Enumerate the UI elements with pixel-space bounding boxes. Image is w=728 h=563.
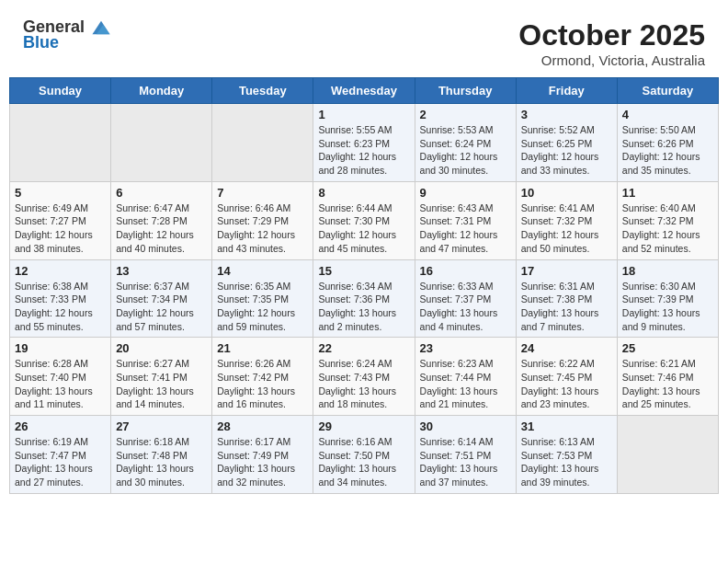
col-header-monday: Monday	[111, 78, 212, 104]
calendar-cell: 17Sunrise: 6:31 AMSunset: 7:38 PMDayligh…	[516, 259, 617, 338]
day-info: Sunrise: 6:24 AMSunset: 7:43 PMDaylight:…	[318, 357, 409, 411]
calendar-cell: 7Sunrise: 6:46 AMSunset: 7:29 PMDaylight…	[212, 181, 313, 259]
day-number: 6	[116, 186, 207, 200]
day-number: 14	[217, 264, 308, 278]
calendar-cell	[212, 104, 313, 182]
calendar-cell: 16Sunrise: 6:33 AMSunset: 7:37 PMDayligh…	[415, 259, 516, 338]
calendar-week-row: 5Sunrise: 6:49 AMSunset: 7:27 PMDaylight…	[10, 181, 719, 259]
day-info: Sunrise: 6:30 AMSunset: 7:39 PMDaylight:…	[622, 280, 713, 334]
day-number: 4	[622, 108, 713, 121]
calendar-cell: 12Sunrise: 6:38 AMSunset: 7:33 PMDayligh…	[10, 259, 111, 338]
day-info: Sunrise: 6:23 AMSunset: 7:44 PMDaylight:…	[420, 357, 511, 411]
day-number: 30	[420, 419, 511, 433]
day-info: Sunrise: 6:43 AMSunset: 7:31 PMDaylight:…	[420, 201, 511, 256]
calendar-cell: 8Sunrise: 6:44 AMSunset: 7:30 PMDaylight…	[313, 181, 415, 259]
col-header-thursday: Thursday	[415, 78, 516, 104]
day-number: 23	[420, 341, 511, 355]
calendar-header-row: SundayMondayTuesdayWednesdayThursdayFrid…	[10, 78, 719, 104]
col-header-friday: Friday	[516, 78, 617, 104]
day-number: 19	[15, 341, 106, 355]
calendar-cell: 11Sunrise: 6:40 AMSunset: 7:32 PMDayligh…	[617, 181, 718, 259]
day-number: 21	[217, 341, 308, 355]
calendar-cell: 20Sunrise: 6:27 AMSunset: 7:41 PMDayligh…	[111, 338, 212, 416]
col-header-saturday: Saturday	[617, 78, 718, 104]
day-number: 12	[15, 264, 106, 278]
calendar-cell: 2Sunrise: 5:53 AMSunset: 6:24 PMDaylight…	[415, 104, 516, 182]
day-info: Sunrise: 6:49 AMSunset: 7:27 PMDaylight:…	[15, 201, 106, 256]
day-info: Sunrise: 5:50 AMSunset: 6:26 PMDaylight:…	[622, 123, 713, 178]
day-info: Sunrise: 6:14 AMSunset: 7:51 PMDaylight:…	[420, 435, 511, 489]
day-number: 8	[318, 186, 409, 200]
title-block: October 2025 Ormond, Victoria, Australia	[518, 18, 705, 68]
day-number: 22	[318, 341, 409, 355]
calendar-cell: 24Sunrise: 6:22 AMSunset: 7:45 PMDayligh…	[516, 338, 617, 416]
calendar-cell	[111, 104, 212, 182]
calendar-week-row: 19Sunrise: 6:28 AMSunset: 7:40 PMDayligh…	[10, 338, 719, 416]
day-info: Sunrise: 6:27 AMSunset: 7:41 PMDaylight:…	[116, 357, 207, 411]
day-number: 13	[116, 264, 207, 278]
calendar-cell: 29Sunrise: 6:16 AMSunset: 7:50 PMDayligh…	[313, 416, 415, 494]
calendar-cell: 9Sunrise: 6:43 AMSunset: 7:31 PMDaylight…	[415, 181, 516, 259]
day-info: Sunrise: 6:46 AMSunset: 7:29 PMDaylight:…	[217, 201, 308, 256]
day-info: Sunrise: 6:47 AMSunset: 7:28 PMDaylight:…	[116, 201, 207, 256]
day-info: Sunrise: 6:41 AMSunset: 7:32 PMDaylight:…	[521, 201, 612, 256]
day-info: Sunrise: 6:35 AMSunset: 7:35 PMDaylight:…	[217, 280, 308, 334]
month-title: October 2025	[518, 18, 705, 52]
day-info: Sunrise: 6:38 AMSunset: 7:33 PMDaylight:…	[15, 280, 106, 334]
calendar-cell: 15Sunrise: 6:34 AMSunset: 7:36 PMDayligh…	[313, 259, 415, 338]
calendar-cell: 21Sunrise: 6:26 AMSunset: 7:42 PMDayligh…	[212, 338, 313, 416]
calendar-cell: 25Sunrise: 6:21 AMSunset: 7:46 PMDayligh…	[617, 338, 718, 416]
page-header: General Blue October 2025 Ormond, Victor…	[9, 9, 719, 73]
col-header-sunday: Sunday	[10, 78, 111, 104]
day-info: Sunrise: 5:52 AMSunset: 6:25 PMDaylight:…	[521, 123, 612, 178]
day-info: Sunrise: 6:16 AMSunset: 7:50 PMDaylight:…	[318, 435, 409, 489]
day-info: Sunrise: 6:18 AMSunset: 7:48 PMDaylight:…	[116, 435, 207, 489]
calendar-cell: 6Sunrise: 6:47 AMSunset: 7:28 PMDaylight…	[111, 181, 212, 259]
day-info: Sunrise: 5:53 AMSunset: 6:24 PMDaylight:…	[420, 123, 511, 178]
calendar-week-row: 26Sunrise: 6:19 AMSunset: 7:47 PMDayligh…	[10, 416, 719, 494]
day-info: Sunrise: 6:37 AMSunset: 7:34 PMDaylight:…	[116, 280, 207, 334]
day-number: 20	[116, 341, 207, 355]
day-info: Sunrise: 6:31 AMSunset: 7:38 PMDaylight:…	[521, 280, 612, 334]
calendar-cell	[10, 104, 111, 182]
day-number: 16	[420, 264, 511, 278]
day-number: 31	[521, 419, 612, 433]
calendar-cell: 23Sunrise: 6:23 AMSunset: 7:44 PMDayligh…	[415, 338, 516, 416]
calendar-cell: 30Sunrise: 6:14 AMSunset: 7:51 PMDayligh…	[415, 416, 516, 494]
calendar-table: SundayMondayTuesdayWednesdayThursdayFrid…	[9, 77, 719, 494]
day-number: 27	[116, 419, 207, 433]
day-number: 9	[420, 186, 511, 200]
calendar-cell: 3Sunrise: 5:52 AMSunset: 6:25 PMDaylight…	[516, 104, 617, 182]
day-number: 11	[622, 186, 713, 200]
calendar-cell: 5Sunrise: 6:49 AMSunset: 7:27 PMDaylight…	[10, 181, 111, 259]
day-number: 10	[521, 186, 612, 200]
day-number: 29	[318, 419, 409, 433]
calendar-cell: 26Sunrise: 6:19 AMSunset: 7:47 PMDayligh…	[10, 416, 111, 494]
day-number: 18	[622, 264, 713, 278]
col-header-wednesday: Wednesday	[313, 78, 415, 104]
day-number: 2	[420, 108, 511, 121]
day-info: Sunrise: 6:26 AMSunset: 7:42 PMDaylight:…	[217, 357, 308, 411]
day-number: 25	[622, 341, 713, 355]
calendar-cell: 28Sunrise: 6:17 AMSunset: 7:49 PMDayligh…	[212, 416, 313, 494]
day-info: Sunrise: 6:13 AMSunset: 7:53 PMDaylight:…	[521, 435, 612, 489]
day-number: 3	[521, 108, 612, 121]
calendar-cell: 4Sunrise: 5:50 AMSunset: 6:26 PMDaylight…	[617, 104, 718, 182]
day-number: 26	[15, 419, 106, 433]
logo-blue-text	[85, 17, 111, 36]
day-number: 7	[217, 186, 308, 200]
location-subtitle: Ormond, Victoria, Australia	[518, 52, 705, 68]
calendar-cell: 18Sunrise: 6:30 AMSunset: 7:39 PMDayligh…	[617, 259, 718, 338]
day-info: Sunrise: 5:55 AMSunset: 6:23 PMDaylight:…	[318, 123, 409, 178]
calendar-cell: 14Sunrise: 6:35 AMSunset: 7:35 PMDayligh…	[212, 259, 313, 338]
calendar-cell: 31Sunrise: 6:13 AMSunset: 7:53 PMDayligh…	[516, 416, 617, 494]
day-info: Sunrise: 6:21 AMSunset: 7:46 PMDaylight:…	[622, 357, 713, 411]
day-number: 1	[318, 108, 409, 121]
calendar-cell	[617, 416, 718, 494]
calendar-cell: 19Sunrise: 6:28 AMSunset: 7:40 PMDayligh…	[10, 338, 111, 416]
day-info: Sunrise: 6:44 AMSunset: 7:30 PMDaylight:…	[318, 201, 409, 256]
day-number: 24	[521, 341, 612, 355]
day-info: Sunrise: 6:40 AMSunset: 7:32 PMDaylight:…	[622, 201, 713, 256]
day-number: 28	[217, 419, 308, 433]
calendar-week-row: 1Sunrise: 5:55 AMSunset: 6:23 PMDaylight…	[10, 104, 719, 182]
